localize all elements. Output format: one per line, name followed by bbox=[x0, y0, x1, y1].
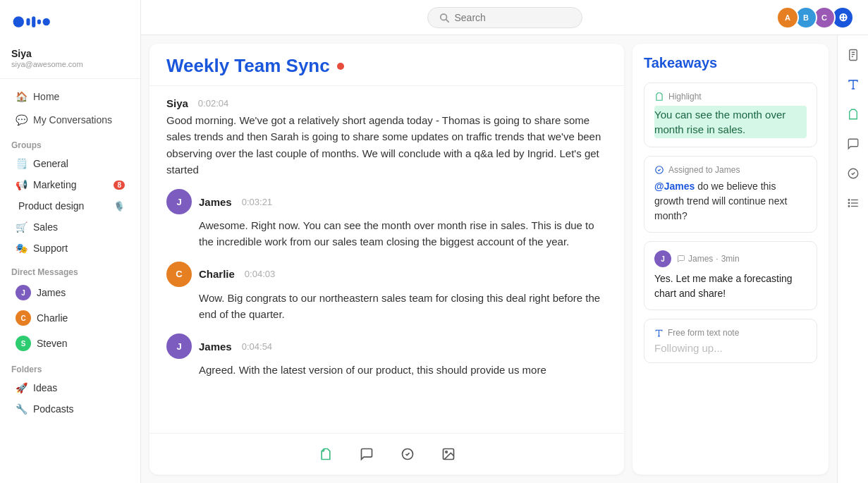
dm-label: James bbox=[37, 287, 66, 298]
marketing-icon: 📢 bbox=[16, 179, 27, 190]
user-profile: Siya siya@awesome.com bbox=[0, 44, 140, 79]
rail-comment-icon[interactable] bbox=[841, 131, 866, 157]
sidebar-item-general[interactable]: 🗒️ General bbox=[4, 154, 136, 173]
message-text: Good morning. We've got a relatively sho… bbox=[166, 112, 607, 178]
general-icon: 🗒️ bbox=[16, 158, 27, 169]
conversation-header: Weekly Team Sync bbox=[149, 44, 624, 86]
topbar-avatars: A B C ⊕ bbox=[781, 6, 854, 29]
search-input[interactable] bbox=[455, 12, 561, 23]
sidebar-item-my-conversations[interactable]: 💬 My Conversations bbox=[4, 109, 136, 131]
search-icon bbox=[439, 13, 449, 23]
conversation-panel: Weekly Team Sync Siya 0:02:04 Good morni… bbox=[149, 44, 624, 475]
message-time: 0:04:03 bbox=[245, 269, 275, 279]
message-text: Awesome. Right now. You can see the mont… bbox=[166, 217, 607, 250]
james-avatar: J bbox=[166, 189, 192, 214]
topbar-avatar-1: A bbox=[776, 6, 799, 29]
message-time: 0:02:04 bbox=[198, 98, 228, 109]
live-indicator bbox=[337, 63, 344, 70]
message-siya-1: Siya 0:02:04 Good morning. We've got a r… bbox=[166, 97, 607, 178]
conversations-icon: 💬 bbox=[16, 114, 27, 126]
dm-section-title: Direct Messages bbox=[0, 259, 140, 280]
comment-button[interactable] bbox=[353, 441, 380, 467]
sidebar-item-sales[interactable]: 🛒 Sales bbox=[4, 217, 136, 237]
svg-point-4 bbox=[43, 18, 50, 25]
dm-label: Charlie bbox=[37, 312, 68, 324]
sidebar-dm-steven[interactable]: S Steven bbox=[4, 331, 136, 355]
sidebar-dm-charlie[interactable]: C Charlie bbox=[4, 306, 136, 330]
group-label: General bbox=[33, 158, 68, 169]
reply-meta: James · 3min bbox=[677, 254, 740, 264]
james-reply-card: J James · 3min Yes. Let me make a foreca… bbox=[644, 241, 817, 310]
podcasts-icon: 🔧 bbox=[16, 403, 27, 415]
takeaways-title: Takeaways bbox=[644, 55, 817, 71]
rail-highlight-icon[interactable] bbox=[841, 102, 866, 127]
message-charlie-1: C Charlie 0:04:03 Wow. Big congrats to o… bbox=[166, 262, 607, 323]
steven-avatar: S bbox=[16, 336, 31, 351]
image-button[interactable] bbox=[435, 441, 462, 467]
reply-text: Yes. Let me make a forecasting chart and… bbox=[654, 271, 807, 301]
svg-rect-15 bbox=[849, 50, 857, 61]
search-bar[interactable] bbox=[427, 7, 582, 28]
ideas-icon: 🚀 bbox=[16, 382, 27, 393]
message-text: Agreed. With the latest version of our p… bbox=[166, 362, 607, 378]
message-time: 0:04:54 bbox=[242, 341, 272, 352]
freeform-card[interactable]: Free form text note Following up... bbox=[644, 319, 817, 363]
icon-rail bbox=[837, 35, 868, 483]
sidebar-item-product-design[interactable]: Product design 🎙️ bbox=[4, 196, 136, 216]
svg-point-11 bbox=[445, 451, 447, 453]
logo bbox=[0, 8, 140, 44]
rail-document-icon[interactable] bbox=[841, 42, 866, 68]
assigned-icon bbox=[654, 165, 664, 175]
messages-list: Siya 0:02:04 Good morning. We've got a r… bbox=[149, 86, 624, 433]
sidebar-item-support[interactable]: 🎭 Support bbox=[4, 238, 136, 258]
james-avatar: J bbox=[16, 285, 31, 300]
highlight-card: Highlight You can see the month over mon… bbox=[644, 82, 817, 147]
group-label: Marketing bbox=[33, 179, 76, 190]
sender-name: James bbox=[199, 341, 232, 353]
freeform-placeholder: Following up... bbox=[654, 342, 807, 354]
folder-label: Podcasts bbox=[33, 403, 74, 415]
sidebar-folder-podcasts[interactable]: 🔧 Podcasts bbox=[4, 399, 136, 419]
charlie-avatar: C bbox=[16, 310, 31, 326]
highlight-button[interactable] bbox=[312, 441, 339, 467]
sidebar-item-label: Home bbox=[33, 91, 59, 102]
rail-text-icon[interactable] bbox=[841, 72, 866, 97]
comment-icon bbox=[360, 447, 374, 461]
message-text: Wow. Big congrats to our northeastern sa… bbox=[166, 290, 607, 323]
james-reply-avatar: J bbox=[654, 250, 671, 267]
rail-check-icon[interactable] bbox=[841, 161, 866, 186]
svg-line-6 bbox=[446, 19, 448, 22]
check-button[interactable] bbox=[394, 441, 421, 467]
highlight-icon bbox=[319, 447, 333, 461]
user-email: siya@awesome.com bbox=[11, 60, 129, 68]
svg-point-0 bbox=[13, 16, 24, 27]
group-label: Support bbox=[33, 243, 68, 254]
message-james-1: J James 0:03:21 Awesome. Right now. You … bbox=[166, 189, 607, 250]
highlight-card-icon bbox=[654, 92, 664, 102]
sidebar-dm-james[interactable]: J James bbox=[4, 281, 136, 305]
mention: @James bbox=[654, 181, 695, 192]
main-content: A B C ⊕ Weekly Team Sync Siya 0:02:04 Go… bbox=[141, 0, 868, 483]
support-icon: 🎭 bbox=[16, 243, 27, 254]
folders-section-title: Folders bbox=[0, 356, 140, 377]
image-icon bbox=[441, 447, 456, 461]
sidebar-item-marketing[interactable]: 📢 Marketing 8 bbox=[4, 175, 136, 195]
assigned-text: @James do we believe this growth trend w… bbox=[654, 179, 807, 224]
sidebar-item-home[interactable]: 🏠 Home bbox=[4, 85, 136, 108]
message-james-2: J James 0:04:54 Agreed. With the latest … bbox=[166, 334, 607, 378]
highlight-card-label: Highlight bbox=[654, 92, 807, 102]
chat-area: Weekly Team Sync Siya 0:02:04 Good morni… bbox=[141, 35, 868, 483]
sidebar-folder-ideas[interactable]: 🚀 Ideas bbox=[4, 378, 136, 398]
assigned-card: Assigned to James @James do we believe t… bbox=[644, 156, 817, 233]
mic-icon: 🎙️ bbox=[114, 201, 125, 212]
assigned-label: Assigned to James bbox=[654, 165, 807, 175]
svg-rect-2 bbox=[32, 16, 35, 27]
charlie-avatar: C bbox=[166, 262, 192, 287]
svg-point-27 bbox=[848, 206, 850, 207]
takeaways-inner: Takeaways Highlight You can see the mont… bbox=[632, 44, 829, 475]
topbar: A B C ⊕ bbox=[141, 0, 868, 35]
group-label: Sales bbox=[33, 221, 58, 233]
sender-name: Siya bbox=[166, 97, 188, 109]
user-name: Siya bbox=[11, 48, 129, 59]
rail-list-icon[interactable] bbox=[841, 190, 866, 216]
